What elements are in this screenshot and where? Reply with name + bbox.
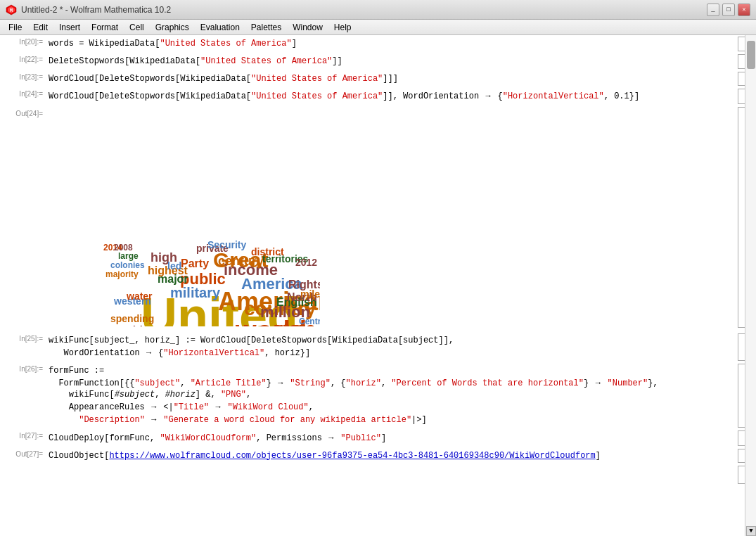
scrollbar[interactable]: ▲ ▼ — [745, 35, 756, 536]
word-cloud: UnitedStatesAmericansworldAmericanfedera… — [46, 108, 320, 326]
menu-window[interactable]: Window — [287, 21, 328, 34]
window-title: Untitled-2 * - Wolfram Mathematica 10.2 — [21, 5, 171, 15]
title-left: M Untitled-2 * - Wolfram Mathematica 10.… — [6, 4, 171, 15]
menu-palettes[interactable]: Palettes — [245, 21, 287, 34]
menu-graphics[interactable]: Graphics — [150, 21, 195, 34]
cell-in26: In[26]:= formFunc := FormFunction[{{"sub… — [0, 362, 745, 429]
word-cloud-output[interactable]: UnitedStatesAmericansworldAmericanfedera… — [46, 107, 736, 328]
cell-in24: In[24]:= WordCloud[DeleteStopwords[Wikip… — [0, 87, 745, 106]
cell-bracket-in20 — [738, 37, 745, 51]
cell-code-in23[interactable]: WordCloud[DeleteStopwords[WikipediaData[… — [46, 72, 736, 87]
cell-bracket-in25 — [738, 333, 745, 361]
cell-code-in26[interactable]: formFunc := FormFunction[{{"subject", "A… — [46, 364, 736, 428]
cell-label-out27: Out[27]= — [0, 449, 46, 458]
cell-code-in24[interactable]: WordCloud[DeleteStopwords[WikipediaData[… — [46, 89, 736, 104]
word-cloud-word: Party — [181, 256, 209, 272]
word-cloud-word: 2012 — [295, 256, 317, 270]
cell-label-in27: In[27]:= — [0, 430, 46, 440]
word-cloud-word: miles — [300, 288, 320, 302]
menu-help[interactable]: Help — [328, 21, 357, 34]
cell-bracket-in22 — [738, 54, 745, 69]
cloud-object-link[interactable]: https://www.wolframcloud.com/objects/use… — [109, 451, 595, 461]
cell-in27: In[27]:= CloudDeploy[formFunc, "WikiWord… — [0, 429, 745, 447]
cell-bracket-out27 — [738, 449, 745, 464]
cell-label-empty — [0, 466, 46, 467]
cell-bracket-in24 — [738, 89, 745, 104]
word-cloud-word: Security — [207, 238, 246, 253]
notebook: In[20]:= words = WikipediaData["United S… — [0, 35, 756, 536]
cell-code-in25[interactable]: wikiFunc[subject_, horiz_] := WordCloud[… — [46, 333, 736, 361]
menu-file[interactable]: File — [3, 21, 27, 34]
menu-edit[interactable]: Edit — [27, 21, 53, 34]
cell-bracket-in27 — [738, 430, 745, 446]
title-bar: M Untitled-2 * - Wolfram Mathematica 10.… — [0, 0, 756, 20]
cell-label-in25: In[25]:= — [0, 333, 46, 343]
word-cloud-word: led — [167, 260, 181, 274]
menu-cell[interactable]: Cell — [124, 21, 150, 34]
minimize-button[interactable]: _ — [707, 4, 719, 16]
menu-insert[interactable]: Insert — [53, 21, 86, 34]
cell-empty-content[interactable] — [46, 466, 736, 468]
cell-label-in23: In[23]:= — [0, 72, 46, 81]
app-icon: M — [6, 4, 17, 15]
word-cloud-word: water — [127, 290, 153, 304]
cell-in20: In[20]:= words = WikipediaData["United S… — [0, 35, 745, 53]
word-cloud-word: Central — [299, 316, 320, 326]
cell-output-out27[interactable]: CloudObject[https://www.wolframcloud.com… — [46, 449, 736, 464]
menu-bar: File Edit Insert Format Cell Graphics Ev… — [0, 20, 756, 35]
close-button[interactable]: ✕ — [738, 4, 750, 16]
menu-format[interactable]: Format — [86, 21, 124, 34]
cell-empty[interactable] — [0, 464, 745, 485]
cell-out27: Out[27]= CloudObject[https://www.wolfram… — [0, 447, 745, 465]
notebook-content[interactable]: In[20]:= words = WikipediaData["United S… — [0, 35, 745, 536]
cell-code-in27[interactable]: CloudDeploy[formFunc, "WikiWordCloudform… — [46, 430, 736, 446]
menu-evaluation[interactable]: Evaluation — [195, 21, 245, 34]
window-controls[interactable]: _ □ ✕ — [707, 4, 750, 16]
cell-bracket-out24 — [738, 107, 745, 328]
maximize-button[interactable]: □ — [722, 4, 735, 16]
word-cloud-word: majority — [105, 269, 139, 281]
svg-text:M: M — [10, 8, 13, 13]
cell-bracket-in26 — [738, 364, 745, 428]
cell-in22: In[22]:= DeleteStopwords[WikipediaData["… — [0, 53, 745, 70]
cell-label-out24: Out[24]= — [0, 107, 46, 117]
word-cloud-word: spending — [110, 312, 154, 326]
cell-label-in24: In[24]:= — [0, 89, 46, 98]
cell-label-in22: In[22]:= — [0, 54, 46, 63]
cell-in25: In[25]:= wikiFunc[subject_, horiz_] := W… — [0, 332, 745, 362]
cell-out24: Out[24]= UnitedStatesAmericansworldAmeri… — [0, 106, 745, 329]
scroll-down-button[interactable]: ▼ — [746, 526, 756, 536]
cell-code-in22[interactable]: DeleteStopwords[WikipediaData["United St… — [46, 54, 736, 69]
cell-in23: In[23]:= WordCloud[DeleteStopwords[Wikip… — [0, 70, 745, 88]
scrollbar-thumb[interactable] — [747, 41, 755, 69]
cell-label-in20: In[20]:= — [0, 37, 46, 46]
cell-code-in20[interactable]: words = WikipediaData["United States of … — [46, 37, 736, 51]
cell-label-in26: In[26]:= — [0, 364, 46, 373]
cell-bracket-in23 — [738, 72, 745, 87]
cell-bracket-empty — [738, 466, 745, 484]
word-cloud-word: major — [158, 272, 188, 287]
